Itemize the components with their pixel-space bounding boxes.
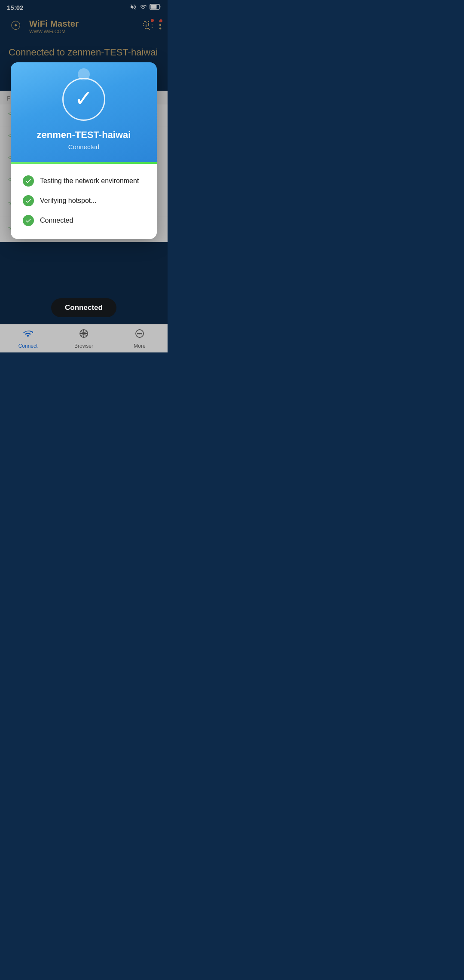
check-item-1: Testing the network environment (23, 175, 145, 187)
connection-modal: ✓ zenmen-TEST-haiwai Connected Testing t… (11, 62, 157, 239)
check-item-3: Connected (23, 215, 145, 226)
check-item-icon-1 (23, 175, 34, 187)
check-mark-icon: ✓ (74, 87, 93, 110)
check-item-text-3: Connected (40, 217, 73, 224)
modal-bottom: Testing the network environment Verifyin… (11, 163, 157, 239)
check-item-2: Verifying hotspot... (23, 195, 145, 206)
toast-text: Connected (65, 303, 103, 312)
check-item-icon-3 (23, 215, 34, 226)
check-item-text-1: Testing the network environment (40, 177, 139, 185)
modal-top: ✓ zenmen-TEST-haiwai Connected (11, 62, 157, 163)
modal-connected-label: Connected (68, 143, 100, 150)
check-item-text-2: Verifying hotspot... (40, 197, 97, 205)
modal-bubble (78, 68, 90, 80)
check-circle: ✓ (62, 78, 105, 121)
check-item-icon-2 (23, 195, 34, 206)
modal-ssid: zenmen-TEST-haiwai (37, 129, 131, 141)
connected-toast: Connected (51, 298, 116, 317)
